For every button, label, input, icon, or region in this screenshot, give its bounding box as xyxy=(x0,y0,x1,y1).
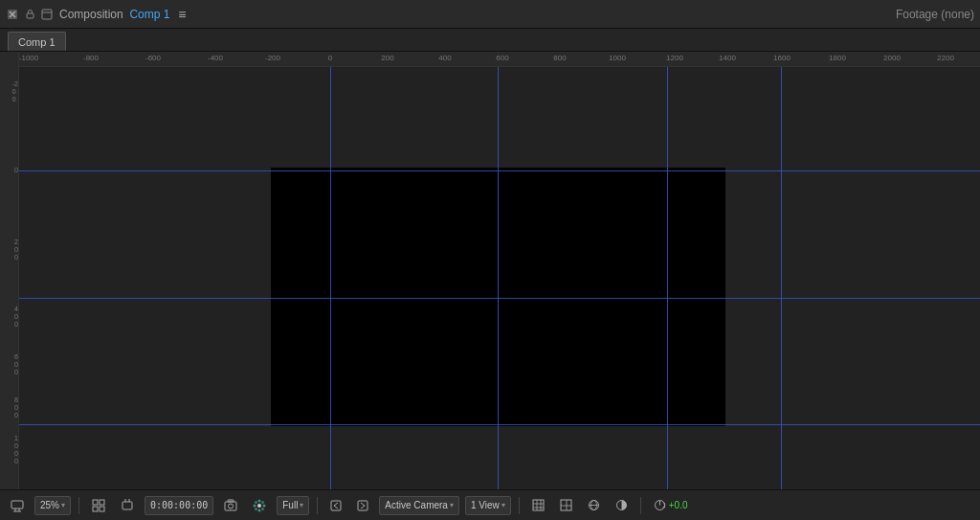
svg-point-28 xyxy=(261,508,264,510)
svg-point-27 xyxy=(255,508,257,510)
svg-rect-17 xyxy=(225,502,236,510)
svg-point-20 xyxy=(257,504,261,508)
zoom-dropdown[interactable]: 25% ▾ xyxy=(34,496,71,515)
ruler-tick: 600 xyxy=(14,353,18,376)
ruler-h-tick: -600 xyxy=(145,54,161,62)
view-count-dropdown[interactable]: 1 View ▾ xyxy=(465,496,511,515)
fast-preview-left-icon[interactable] xyxy=(325,496,346,515)
overlay-icon[interactable] xyxy=(555,496,577,515)
grid-icon-1[interactable] xyxy=(527,496,549,515)
guide-v-1 xyxy=(330,67,331,489)
ruler-h-tick: 200 xyxy=(381,54,393,62)
ruler-h-tick: 1800 xyxy=(829,54,846,62)
ruler-h-tick: 800 xyxy=(553,54,566,62)
svg-rect-29 xyxy=(331,501,341,510)
svg-rect-12 xyxy=(93,507,98,511)
viewport-wrap: -1000 -800 -600 -400 -200 0 200 400 600 … xyxy=(19,52,980,489)
bottom-bar: 25% ▾ 0:00:00:00 xyxy=(0,489,980,520)
chevron-down-icon: ▾ xyxy=(450,501,454,509)
ruler-h-tick: 600 xyxy=(496,54,508,62)
menu-icon[interactable]: ≡ xyxy=(175,8,189,21)
ruler-h-tick: 1600 xyxy=(773,54,791,62)
guide-v-3 xyxy=(667,67,668,489)
ruler-left: -200 0 200 400 600 800 1000 xyxy=(0,52,19,489)
svg-point-23 xyxy=(254,504,256,507)
svg-rect-36 xyxy=(561,500,571,510)
guide-v-2 xyxy=(498,67,499,489)
window-controls xyxy=(6,8,54,21)
ruler-h-tick: 1400 xyxy=(719,54,736,62)
chevron-down-icon: ▾ xyxy=(300,501,303,509)
viewer-container: -200 0 200 400 600 800 1000 -1000 -800 -… xyxy=(0,52,980,489)
fast-preview-right-icon[interactable] xyxy=(352,496,373,515)
chevron-down-icon: ▾ xyxy=(501,501,505,509)
guide-h-2 xyxy=(19,298,980,299)
svg-point-21 xyxy=(258,499,261,502)
region-icon[interactable] xyxy=(116,496,139,515)
ruler-top: -1000 -800 -600 -400 -200 0 200 400 600 … xyxy=(19,52,980,67)
tab-comp1[interactable]: Comp 1 xyxy=(8,32,66,51)
svg-point-22 xyxy=(258,509,261,511)
separator xyxy=(317,497,318,514)
guide-v-4 xyxy=(781,67,782,489)
ruler-h-tick: 1000 xyxy=(609,54,626,62)
svg-point-25 xyxy=(255,501,257,504)
svg-rect-4 xyxy=(42,10,52,19)
ruler-tick: -200 xyxy=(12,80,18,103)
ruler-h-tick: -800 xyxy=(83,54,99,62)
ruler-tick: 200 xyxy=(14,238,18,261)
ruler-tick: 0 xyxy=(14,167,18,174)
separator xyxy=(78,497,79,514)
quality-icon[interactable] xyxy=(248,496,271,515)
svg-point-24 xyxy=(263,504,266,507)
active-camera-dropdown[interactable]: Active Camera ▾ xyxy=(379,496,459,515)
monitor-icon[interactable] xyxy=(6,496,29,515)
svg-rect-10 xyxy=(93,500,98,505)
ruler-h-tick: 400 xyxy=(438,54,451,62)
svg-rect-30 xyxy=(358,501,368,510)
ruler-tick: 1000 xyxy=(14,435,18,465)
svg-rect-13 xyxy=(100,507,104,511)
title-bar: Composition Comp 1 ≡ Footage (none) xyxy=(0,0,980,29)
svg-rect-19 xyxy=(228,500,234,502)
ruler-h-tick: -200 xyxy=(265,54,280,62)
rotation-display[interactable]: +0.0 xyxy=(649,496,693,515)
transparency-icon[interactable] xyxy=(611,496,633,515)
svg-rect-3 xyxy=(27,13,33,18)
title-text: Composition Comp 1 xyxy=(59,8,169,21)
ruler-h-tick: 0 xyxy=(328,54,332,62)
footage-label: Footage (none) xyxy=(896,8,974,21)
separator xyxy=(519,497,520,514)
ruler-h-tick: -1000 xyxy=(19,54,38,62)
panel-icon[interactable] xyxy=(40,8,54,21)
svg-rect-14 xyxy=(122,502,132,509)
snapshot-icon[interactable] xyxy=(219,496,242,515)
svg-rect-31 xyxy=(533,500,544,510)
ruler-tick: 800 xyxy=(14,396,18,419)
chevron-down-icon: ▾ xyxy=(61,501,65,509)
svg-rect-6 xyxy=(11,501,23,509)
tab-bar: Comp 1 xyxy=(0,29,980,52)
channels-icon[interactable] xyxy=(583,496,605,515)
ruler-tick: 400 xyxy=(14,305,18,328)
ruler-h-tick: 2000 xyxy=(883,54,901,62)
view-options-icon[interactable] xyxy=(87,496,110,515)
guide-h-3 xyxy=(19,424,980,425)
guide-h-1 xyxy=(19,170,980,171)
svg-point-18 xyxy=(229,504,234,509)
ruler-h-tick: 1200 xyxy=(666,54,683,62)
svg-point-26 xyxy=(261,501,264,504)
ruler-h-tick: 2200 xyxy=(937,54,954,62)
lock-icon[interactable] xyxy=(23,8,36,21)
ruler-h-tick: -400 xyxy=(208,54,223,62)
resolution-dropdown[interactable]: Full ▾ xyxy=(277,496,309,515)
canvas-area xyxy=(19,67,980,489)
separator xyxy=(640,497,641,514)
svg-rect-11 xyxy=(100,500,104,505)
close-icon[interactable] xyxy=(6,8,19,21)
time-display[interactable]: 0:00:00:00 xyxy=(145,496,213,515)
